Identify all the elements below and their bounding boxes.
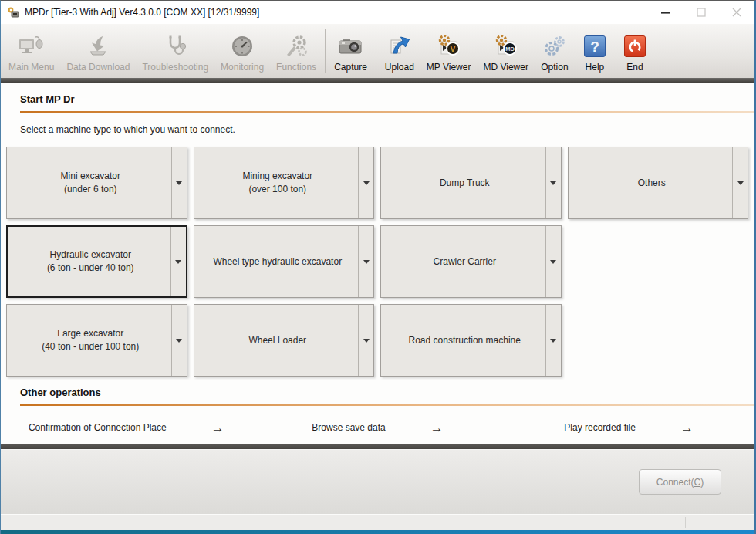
caret-down-icon xyxy=(175,260,181,264)
toolbar-item-label: Capture xyxy=(334,62,367,73)
toolbar-item-label: Main Menu xyxy=(8,62,54,73)
footer-panel: Connect(C) xyxy=(1,449,754,514)
right-arrow-icon: → xyxy=(430,421,444,434)
maximize-button[interactable] xyxy=(683,1,719,24)
mp-viewer-icon: V xyxy=(436,35,462,58)
dropdown-arrow-button[interactable] xyxy=(545,226,561,297)
machine-button-crawler-carrier[interactable]: Crawler Carrier xyxy=(380,225,562,298)
dropdown-arrow-button[interactable] xyxy=(545,147,561,218)
caret-down-icon xyxy=(176,339,182,343)
caret-down-icon xyxy=(550,260,556,264)
capture-icon xyxy=(337,35,363,58)
window-controls xyxy=(648,1,754,24)
machine-type-grid: Mini excavator(under 6 ton) Mining excav… xyxy=(6,147,748,377)
connect-button-label: ) xyxy=(700,477,704,488)
link-confirmation-of-connection-place[interactable]: Confirmation of Connection Place → xyxy=(1,421,252,434)
toolbar-capture-button[interactable]: Capture xyxy=(328,24,373,78)
dropdown-arrow-button[interactable] xyxy=(732,147,748,218)
toolbar-item-label: MD Viewer xyxy=(483,62,528,73)
toolbar-item-label: Data Download xyxy=(66,62,130,73)
minimize-icon xyxy=(661,8,670,16)
toolbar-mp-viewer-button[interactable]: V MP Viewer xyxy=(420,24,478,78)
toolbar-troubleshooting-button[interactable]: Troubleshooting xyxy=(136,24,214,78)
bottom-blue-bar xyxy=(1,530,754,534)
help-icon: ? xyxy=(583,35,606,58)
instruction-text: Select a machine type to which you want … xyxy=(20,124,754,135)
close-button[interactable] xyxy=(719,1,754,24)
main-menu-icon xyxy=(18,35,46,58)
machine-button-label: Road construction machine xyxy=(409,334,521,347)
machine-button-label: Crawler Carrier xyxy=(434,255,496,269)
dropdown-arrow-button[interactable] xyxy=(545,305,561,376)
dropdown-arrow-button[interactable] xyxy=(358,226,373,297)
machine-button-sublabel: (40 ton - under 100 ton) xyxy=(42,340,139,353)
caret-down-icon xyxy=(363,260,370,264)
right-arrow-icon: → xyxy=(680,421,694,434)
link-label: Browse save data xyxy=(312,422,385,433)
status-bar-divider xyxy=(685,517,686,528)
dropdown-arrow-button[interactable] xyxy=(358,305,373,376)
machine-button-sublabel: (under 6 ton) xyxy=(61,183,120,196)
toolbar-monitoring-button[interactable]: Monitoring xyxy=(214,24,270,78)
connect-button-label: Connect( xyxy=(656,477,694,488)
machine-button-label: Wheel Loader xyxy=(248,334,306,347)
machine-button-road-construction-machine[interactable]: Road construction machine xyxy=(380,304,562,377)
link-browse-save-data[interactable]: Browse save data → xyxy=(252,421,504,434)
monitoring-icon xyxy=(230,35,255,58)
dropdown-arrow-button[interactable] xyxy=(170,227,186,296)
toolbar-item-label: Upload xyxy=(385,62,414,73)
toolbar-data-download-button[interactable]: Data Download xyxy=(60,24,136,78)
machine-button-sublabel: (over 100 ton) xyxy=(242,183,312,196)
svg-text:V: V xyxy=(450,44,456,53)
svg-text:MD: MD xyxy=(505,46,515,52)
caret-down-icon xyxy=(550,181,556,185)
caret-down-icon xyxy=(363,181,370,185)
dropdown-arrow-button[interactable] xyxy=(358,147,373,218)
caret-down-icon xyxy=(550,339,556,343)
machine-button-others[interactable]: Others xyxy=(568,147,749,219)
option-icon xyxy=(542,35,567,58)
toolbar-item-label: Troubleshooting xyxy=(142,62,208,73)
machine-button-wheel-type-hydraulic-excavator[interactable]: Wheel type hydraulic excavator xyxy=(194,225,375,298)
machine-button-wheel-loader[interactable]: Wheel Loader xyxy=(194,304,375,377)
machine-button-label: Mini excavator xyxy=(61,170,120,183)
toolbar-separator xyxy=(376,29,376,73)
toolbar-help-button[interactable]: ? Help xyxy=(575,24,615,78)
toolbar-upload-button[interactable]: Upload xyxy=(379,24,420,78)
close-icon xyxy=(732,8,741,17)
dropdown-arrow-button[interactable] xyxy=(171,305,187,376)
data-download-icon xyxy=(86,35,110,58)
dropdown-arrow-button[interactable] xyxy=(171,147,187,218)
toolbar-md-viewer-button[interactable]: MD MD Viewer xyxy=(477,24,534,78)
toolbar-main-menu-button[interactable]: Main Menu xyxy=(2,24,60,78)
machine-button-label: Mining excavator xyxy=(242,170,312,183)
toolbar-item-label: Monitoring xyxy=(221,62,264,73)
toolbar-functions-button[interactable]: Functions xyxy=(270,24,322,78)
machine-button-label: Hydraulic excavator xyxy=(47,248,134,262)
toolbar-end-button[interactable]: End xyxy=(615,24,655,78)
toolbar-item-label: Option xyxy=(541,62,568,73)
md-viewer-icon: MD xyxy=(493,35,519,58)
toolbar-item-label: Help xyxy=(586,62,605,73)
toolbar-item-label: MP Viewer xyxy=(427,62,471,73)
footer-top-divider xyxy=(1,444,754,449)
toolbar-separator xyxy=(325,29,326,73)
link-label: Confirmation of Connection Place xyxy=(29,422,167,433)
other-operations-links: Confirmation of Connection Place → Brows… xyxy=(1,411,754,444)
machine-button-hydraulic-excavator[interactable]: Hydraulic excavator(6 ton - under 40 ton… xyxy=(6,225,187,298)
machine-button-large-excavator[interactable]: Large excavator(40 ton - under 100 ton) xyxy=(6,304,187,377)
right-arrow-icon: → xyxy=(211,421,224,434)
machine-button-mini-excavator[interactable]: Mini excavator(under 6 ton) xyxy=(6,147,187,219)
machine-button-mining-excavator[interactable]: Mining excavator(over 100 ton) xyxy=(194,147,375,219)
machine-button-label: Large excavator xyxy=(42,327,139,340)
caret-down-icon xyxy=(363,339,370,343)
toolbar-option-button[interactable]: Option xyxy=(535,24,575,78)
connect-button[interactable]: Connect(C) xyxy=(639,469,721,495)
link-play-recorded-file[interactable]: Play recorded file → xyxy=(503,421,754,434)
machine-grid-row: Hydraulic excavator(6 ton - under 40 ton… xyxy=(6,225,748,298)
svg-text:?: ? xyxy=(590,39,599,55)
minimize-button[interactable] xyxy=(648,1,683,24)
end-icon xyxy=(623,35,646,58)
machine-button-dump-truck[interactable]: Dump Truck xyxy=(380,147,562,219)
caret-down-icon xyxy=(737,181,744,185)
